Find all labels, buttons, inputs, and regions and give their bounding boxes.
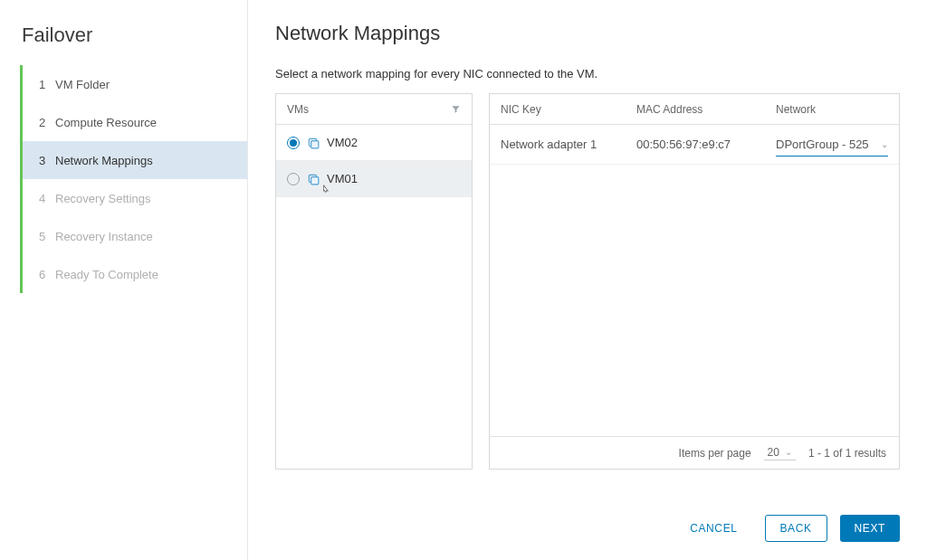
pager-status: 1 - 1 of 1 results bbox=[808, 447, 886, 460]
page-title: Network Mappings bbox=[275, 22, 900, 45]
vm-icon bbox=[307, 137, 320, 149]
vm-label: VM02 bbox=[327, 136, 358, 149]
vm-row-vm02[interactable]: VM02 bbox=[276, 125, 472, 161]
svg-rect-1 bbox=[311, 140, 319, 147]
svg-rect-3 bbox=[311, 176, 319, 184]
step-compute-resource[interactable]: 2 Compute Resource bbox=[23, 103, 247, 141]
back-button[interactable]: BACK bbox=[765, 515, 827, 542]
radio-selected-icon[interactable] bbox=[287, 137, 300, 149]
step-number: 4 bbox=[39, 192, 55, 205]
vm-icon bbox=[307, 173, 320, 185]
network-select-value: DPortGroup - 525 bbox=[776, 138, 869, 151]
step-number: 2 bbox=[39, 116, 55, 129]
main-content: Network Mappings Select a network mappin… bbox=[248, 0, 927, 560]
network-select[interactable]: DPortGroup - 525 ⌄ bbox=[776, 133, 888, 157]
vms-header: VMs bbox=[276, 94, 472, 125]
step-number: 6 bbox=[39, 268, 55, 281]
step-label: VM Folder bbox=[55, 78, 110, 91]
nic-header: NIC Key MAC Address Network bbox=[490, 94, 899, 125]
nic-key-value: Network adapter 1 bbox=[490, 125, 626, 164]
step-label: Network Mappings bbox=[55, 154, 153, 167]
wizard-sidebar: Failover 1 VM Folder 2 Compute Resource … bbox=[0, 0, 248, 560]
wizard-steps: 1 VM Folder 2 Compute Resource 3 Network… bbox=[20, 65, 247, 293]
step-number: 1 bbox=[39, 78, 55, 91]
mac-address-value: 00:50:56:97:e9:c7 bbox=[626, 125, 765, 164]
step-number: 3 bbox=[39, 154, 55, 167]
step-label: Ready To Complete bbox=[55, 268, 158, 281]
wizard-footer: CANCEL BACK NEXT bbox=[275, 470, 900, 542]
nic-footer: Items per page 20 ⌄ 1 - 1 of 1 results bbox=[490, 436, 899, 469]
col-nic-key: NIC Key bbox=[490, 94, 626, 124]
radio-unselected-icon[interactable] bbox=[287, 173, 300, 185]
step-label: Recovery Instance bbox=[55, 230, 153, 243]
vm-label: VM01 bbox=[327, 172, 358, 185]
next-button[interactable]: NEXT bbox=[840, 515, 900, 542]
wizard-title: Failover bbox=[0, 18, 247, 65]
vms-header-label: VMs bbox=[287, 103, 309, 116]
step-recovery-instance: 5 Recovery Instance bbox=[23, 217, 247, 255]
items-per-page-label: Items per page bbox=[679, 447, 751, 460]
vm-row-vm01[interactable]: VM01 bbox=[276, 161, 472, 197]
col-mac-address: MAC Address bbox=[626, 94, 765, 124]
page-size-select[interactable]: 20 ⌄ bbox=[764, 446, 796, 460]
chevron-down-icon: ⌄ bbox=[881, 139, 888, 149]
col-network: Network bbox=[765, 94, 899, 124]
page-size-value: 20 bbox=[768, 446, 779, 459]
page-subtitle: Select a network mapping for every NIC c… bbox=[275, 67, 900, 81]
nic-panel: NIC Key MAC Address Network Network adap… bbox=[489, 93, 900, 470]
step-ready-to-complete: 6 Ready To Complete bbox=[23, 255, 247, 293]
vms-panel: VMs VM02 VM01 bbox=[275, 93, 473, 470]
step-network-mappings[interactable]: 3 Network Mappings bbox=[23, 141, 247, 179]
nic-row: Network adapter 1 00:50:56:97:e9:c7 DPor… bbox=[490, 125, 899, 165]
filter-icon[interactable] bbox=[451, 104, 461, 114]
step-label: Recovery Settings bbox=[55, 192, 151, 205]
step-recovery-settings: 4 Recovery Settings bbox=[23, 179, 247, 217]
step-label: Compute Resource bbox=[55, 116, 157, 129]
chevron-down-icon: ⌄ bbox=[785, 447, 792, 457]
step-number: 5 bbox=[39, 230, 55, 243]
cancel-button[interactable]: CANCEL bbox=[675, 515, 751, 542]
step-vm-folder[interactable]: 1 VM Folder bbox=[23, 65, 247, 103]
